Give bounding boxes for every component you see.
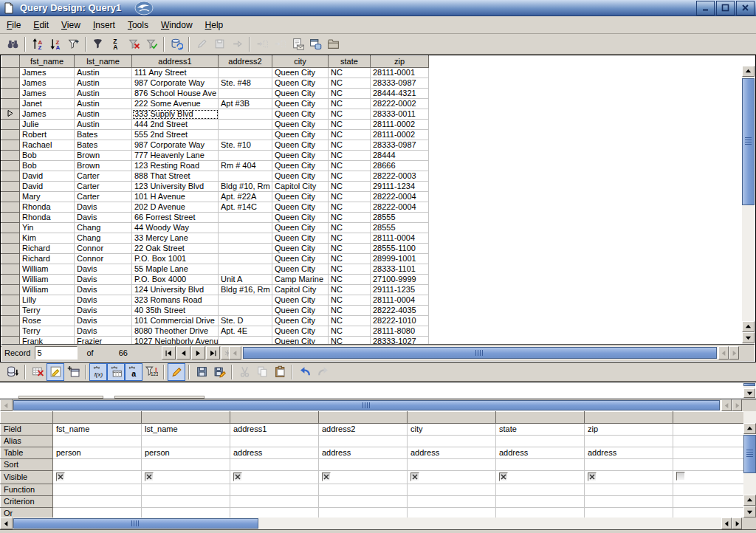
column-header-fst_name[interactable]: fst_name — [20, 56, 75, 68]
table-cell[interactable]: NC — [329, 151, 371, 161]
alias-button[interactable]: a — [125, 363, 142, 381]
table-cell[interactable]: Queen City — [272, 171, 329, 182]
table-cell[interactable] — [219, 89, 272, 99]
table-cell[interactable]: NC — [329, 326, 371, 337]
table-cell[interactable]: 28444 — [371, 151, 429, 161]
explorer-on-off-button[interactable] — [324, 35, 342, 53]
design-cell-criterion[interactable] — [585, 496, 673, 508]
apply-filter-button[interactable] — [142, 35, 160, 53]
visible-checkbox[interactable] — [56, 472, 65, 481]
visible-checkbox[interactable] — [499, 472, 508, 481]
design-column-header[interactable] — [673, 412, 744, 424]
table-cell[interactable]: 44 Woody Way — [132, 223, 219, 233]
table-cell[interactable] — [219, 264, 272, 275]
table-cell[interactable]: Carter — [75, 182, 132, 192]
table-cell[interactable]: Rose — [20, 316, 75, 326]
row-header[interactable] — [1, 109, 20, 120]
scrollbar-thumb[interactable] — [13, 518, 258, 529]
table-cell[interactable]: 28111-8080 — [371, 326, 429, 337]
scroll-up-button[interactable] — [742, 66, 755, 77]
table-cell[interactable]: Rhonda — [20, 213, 75, 223]
visible-checkbox[interactable] — [233, 472, 242, 481]
design-cell-visible[interactable] — [319, 471, 408, 484]
visible-checkbox[interactable] — [676, 472, 685, 481]
row-header[interactable] — [1, 285, 20, 295]
table-cell[interactable]: 28444-4321 — [371, 89, 429, 99]
table-cell[interactable]: 101 Commercial Drive — [132, 316, 219, 326]
table-cell[interactable]: William — [20, 275, 75, 285]
table-cell[interactable]: NC — [329, 295, 371, 306]
mail-merge-button[interactable] — [289, 35, 306, 53]
design-cell-alias[interactable] — [53, 436, 142, 447]
table-cell[interactable]: Rhonda — [20, 202, 75, 213]
design-column-header[interactable] — [53, 412, 142, 424]
table-cell[interactable] — [219, 254, 272, 264]
design-cell-criterion[interactable] — [230, 496, 319, 508]
table-cell[interactable]: Queen City — [272, 161, 329, 171]
table-cell[interactable] — [219, 109, 272, 120]
row-header[interactable] — [1, 192, 20, 202]
design-cell-function[interactable] — [230, 484, 319, 496]
design-cell-sort[interactable] — [230, 459, 319, 471]
design-cell-table[interactable]: address — [408, 447, 496, 459]
table-cell[interactable]: Queen City — [272, 78, 329, 89]
design-cell-table[interactable]: address — [319, 447, 408, 459]
design-cell-sort[interactable] — [142, 459, 230, 471]
design-cell-criterion[interactable] — [319, 496, 408, 508]
table-cell[interactable]: NC — [329, 182, 371, 192]
table-cell[interactable]: 444 2nd Street — [132, 120, 219, 130]
table-cell[interactable]: NC — [329, 202, 371, 213]
table-cell[interactable]: 28222-0004 — [371, 202, 429, 213]
table-cell[interactable]: Queen City — [272, 89, 329, 99]
table-cell[interactable]: 27100-9999 — [371, 275, 429, 285]
table-cell[interactable]: Queen City — [272, 202, 329, 213]
design-cell-sort[interactable] — [496, 459, 585, 471]
design-cell-alias[interactable] — [142, 436, 230, 447]
design-cell-alias[interactable] — [585, 436, 673, 447]
table-cell[interactable]: 555 2nd Street — [132, 130, 219, 140]
design-cell-visible[interactable] — [230, 471, 319, 484]
table-cell[interactable]: Queen City — [272, 244, 329, 254]
table-cell[interactable]: Queen City — [272, 326, 329, 337]
run-query-button[interactable] — [4, 363, 21, 381]
row-header[interactable] — [1, 264, 20, 275]
table-cell[interactable]: 202 D Avenue — [132, 202, 219, 213]
table-cell[interactable]: Carter — [75, 192, 132, 202]
design-cell-function[interactable] — [585, 484, 673, 496]
table-cell[interactable]: Chang — [75, 233, 132, 244]
table-cell[interactable]: NC — [329, 233, 371, 244]
table-cell[interactable]: Capitol City — [272, 182, 329, 192]
table-cell[interactable]: Connor — [75, 254, 132, 264]
find-record-button[interactable] — [4, 35, 21, 53]
design-cell-alias[interactable] — [319, 436, 408, 447]
design-cell-criterion[interactable] — [496, 496, 585, 508]
table-cell[interactable]: Austin — [75, 89, 132, 99]
column-header-address1[interactable]: address1 — [132, 56, 219, 68]
refresh-button[interactable] — [168, 35, 185, 53]
table-cell[interactable]: Capitol City — [272, 285, 329, 295]
design-cell-sort[interactable] — [319, 459, 408, 471]
table-cell[interactable]: 22 Oak Street — [132, 244, 219, 254]
scroll-left-end-button[interactable] — [721, 517, 732, 529]
table-cell[interactable]: Bldg #10, Rm — [219, 182, 272, 192]
menu-tools[interactable]: Tools — [122, 18, 154, 32]
design-grid-vertical-scrollbar[interactable] — [743, 411, 756, 517]
row-header[interactable] — [1, 78, 20, 89]
row-header[interactable] — [1, 275, 20, 285]
table-cell[interactable]: Davis — [75, 326, 132, 337]
row-header[interactable] — [1, 140, 20, 151]
table-cell[interactable]: NC — [329, 68, 371, 78]
table-cell[interactable]: Camp Marine — [272, 275, 329, 285]
scroll-up-button-bottom[interactable] — [743, 495, 756, 506]
table-cell[interactable] — [219, 213, 272, 223]
visible-checkbox[interactable] — [410, 472, 419, 481]
table-cell[interactable]: Carter — [75, 171, 132, 182]
row-header[interactable] — [1, 295, 20, 306]
table-cell[interactable]: Lilly — [20, 295, 75, 306]
table-cell[interactable]: NC — [329, 89, 371, 99]
table-cell[interactable]: Queen City — [272, 254, 329, 264]
design-cell-table[interactable]: address — [230, 447, 319, 459]
table-cell[interactable]: 28666 — [371, 161, 429, 171]
row-header[interactable] — [1, 161, 20, 171]
table-cell[interactable]: Richard — [20, 244, 75, 254]
